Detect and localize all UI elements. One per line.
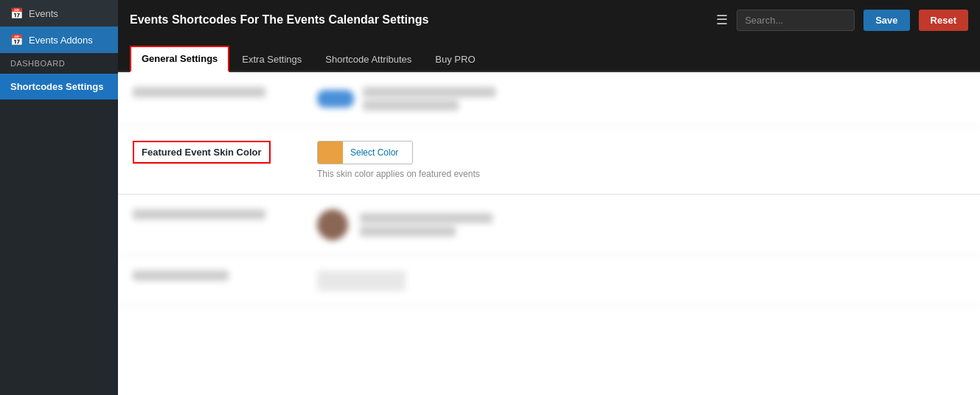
blurred-label-1 — [133, 87, 265, 97]
color-swatch — [318, 141, 343, 164]
blurred-label-2 — [133, 209, 265, 220]
sidebar-item-events-addons-label: Events Addons — [29, 35, 93, 46]
save-button[interactable]: Save — [863, 10, 909, 31]
color-select-button[interactable]: Select Color — [317, 141, 413, 164]
blurred-row-1 — [118, 72, 980, 126]
search-input[interactable] — [737, 10, 855, 31]
tab-buy-pro[interactable]: Buy PRO — [424, 47, 486, 71]
sidebar-item-events-label: Events — [29, 8, 58, 19]
featured-color-label: Featured Event Skin Color — [133, 141, 271, 164]
color-select-label: Select Color — [343, 147, 406, 158]
sidebar-item-shortcodes-label: Shortcodes Settings — [10, 81, 103, 92]
reset-button[interactable]: Reset — [919, 10, 968, 31]
tabbar: General Settings Extra Settings Shortcod… — [118, 40, 980, 72]
calendar-icon: 📅 — [10, 7, 23, 19]
sidebar-dashboard-label: Dashboard — [0, 53, 118, 74]
sidebar: 📅 Events 📅 Events Addons Dashboard Short… — [0, 0, 118, 395]
menu-icon[interactable]: ☰ — [716, 12, 728, 28]
calendar-addons-icon: 📅 — [10, 34, 23, 46]
blurred-toggle-1 — [317, 90, 354, 108]
tab-general[interactable]: General Settings — [130, 46, 229, 72]
main-area: Events Shortcodes For The Events Calenda… — [118, 0, 980, 395]
blurred-desc-2a — [360, 213, 493, 223]
color-hint: This skin color applies on featured even… — [317, 169, 965, 179]
settings-content: Featured Event Skin Color Select Color T… — [118, 72, 980, 395]
featured-color-row: Featured Event Skin Color Select Color T… — [118, 126, 980, 195]
blurred-desc-1a — [363, 87, 496, 97]
blurred-label-3 — [133, 270, 229, 281]
blurred-image-2 — [317, 209, 348, 240]
sidebar-item-events-addons[interactable]: 📅 Events Addons — [0, 27, 118, 53]
sidebar-item-shortcodes-settings[interactable]: Shortcodes Settings — [0, 74, 118, 99]
blurred-desc-1b — [363, 100, 459, 111]
blurred-input-3 — [317, 270, 406, 291]
blurred-row-2 — [118, 195, 980, 256]
tab-extra[interactable]: Extra Settings — [231, 47, 313, 71]
page-title: Events Shortcodes For The Events Calenda… — [130, 13, 707, 27]
sidebar-item-events[interactable]: 📅 Events — [0, 0, 118, 27]
blurred-desc-2b — [360, 226, 456, 237]
topbar: Events Shortcodes For The Events Calenda… — [118, 0, 980, 40]
blurred-row-3 — [118, 256, 980, 307]
tab-shortcode-attrs[interactable]: Shortcode Attributes — [314, 47, 423, 71]
